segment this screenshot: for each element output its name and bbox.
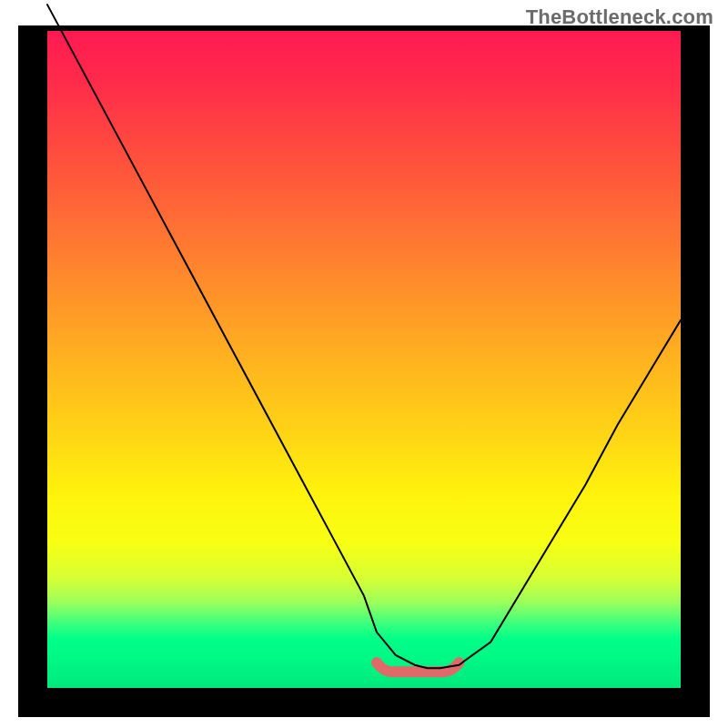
chart-frame — [18, 25, 710, 717]
plot-area — [47, 31, 681, 688]
chart-svg — [47, 31, 681, 688]
main-line-series — [47, 5, 681, 668]
watermark-text: TheBottleneck.com — [526, 5, 713, 29]
